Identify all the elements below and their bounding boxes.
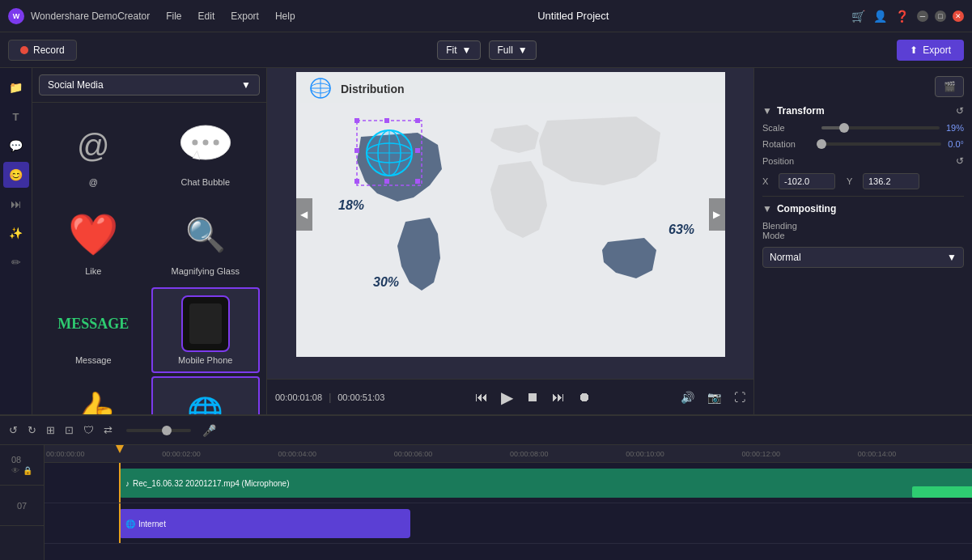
- return-button[interactable]: ⇄: [101, 422, 115, 438]
- rotation-row: Rotation 0.0°: [762, 139, 964, 149]
- screenshot-icon[interactable]: 📷: [707, 391, 721, 404]
- sticker-internet[interactable]: 🌐 Internet: [151, 376, 261, 414]
- transform-reset-button[interactable]: ↺: [956, 105, 964, 117]
- sticker-thumbs-up[interactable]: 👍 Thumbs Up: [39, 376, 148, 414]
- sticker-chat-bubble[interactable]: Chat Bubble: [151, 109, 261, 195]
- redo-button[interactable]: ↻: [25, 422, 39, 438]
- timeline-zoom-thumb[interactable]: [162, 426, 172, 435]
- full-dropdown[interactable]: Full ▼: [489, 40, 537, 60]
- stickers-grid: @ @ Chat Bubble: [32, 103, 266, 414]
- timeline-toolbar: ↺ ↻ ⊞ ⊡ 🛡 ⇄ 🎤: [0, 416, 972, 445]
- blending-mode-row: Blending Mode: [762, 221, 964, 240]
- annotation-icon[interactable]: ✏: [3, 249, 29, 275]
- timeline-labels: 08 👁 🔒 07: [0, 445, 45, 560]
- export-button[interactable]: ⬆ Export: [897, 40, 964, 61]
- help-icon[interactable]: ❓: [895, 10, 909, 23]
- x-input[interactable]: [779, 173, 835, 189]
- svg-rect-17: [384, 118, 389, 123]
- track-row-08: ♪ Rec_16.06.32 20201217.mp4 (Microphone): [45, 463, 972, 503]
- video-clip[interactable]: 🌐 Internet: [119, 509, 410, 538]
- sticker-like-label: Like: [85, 266, 101, 276]
- menu-help[interactable]: Help: [275, 11, 295, 22]
- sticker-phone-label: Mobile Phone: [178, 355, 232, 365]
- sticker-chat-label: Chat Bubble: [180, 177, 230, 187]
- y-input[interactable]: [863, 173, 919, 189]
- stop-button[interactable]: ⏹: [523, 388, 542, 406]
- sticker-message[interactable]: MESSAGE Message: [39, 287, 148, 373]
- transform-chevron-icon: ▼: [762, 105, 772, 117]
- audio-clip[interactable]: ♪ Rec_16.06.32 20201217.mp4 (Microphone): [119, 469, 972, 498]
- sticker-mobile-phone[interactable]: Mobile Phone: [151, 287, 261, 373]
- world-map-svg: Distribution: [296, 72, 725, 357]
- notification-icon[interactable]: 🛒: [851, 10, 865, 23]
- timeline-zoom-slider[interactable]: [126, 429, 191, 432]
- svg-rect-13: [354, 118, 359, 123]
- category-chevron-icon: ▼: [241, 79, 251, 91]
- text-icon[interactable]: T: [3, 104, 29, 129]
- scale-thumb[interactable]: [839, 123, 849, 133]
- scale-slider[interactable]: [821, 126, 940, 129]
- fullscreen-icon[interactable]: ⛶: [734, 391, 745, 404]
- track-07-number: 07: [17, 501, 27, 511]
- export-icon: ⬆: [910, 45, 918, 56]
- sticker-magnifying-glass[interactable]: 🔍 Magnifying Glass: [151, 198, 261, 284]
- menu-file[interactable]: File: [166, 11, 181, 22]
- close-button[interactable]: ✕: [953, 11, 964, 22]
- compositing-title: ▼ Compositing: [762, 203, 836, 214]
- position-label: Position: [762, 156, 815, 166]
- canvas-nav-left[interactable]: ◀: [296, 198, 312, 231]
- video-clip-icon: 🌐: [125, 520, 135, 528]
- volume-icon[interactable]: 🔊: [681, 391, 694, 404]
- skip-back-button[interactable]: ⏮: [472, 388, 491, 406]
- split-button[interactable]: ⊞: [44, 422, 57, 438]
- menu-edit[interactable]: Edit: [198, 11, 215, 22]
- track-lock-icon[interactable]: 🔒: [23, 466, 32, 475]
- fit-chevron-icon: ▼: [462, 45, 472, 56]
- svg-point-3: [213, 140, 219, 146]
- svg-rect-20: [415, 148, 420, 153]
- sticker-like[interactable]: ❤️ Like: [39, 198, 148, 284]
- full-label: Full: [498, 45, 513, 56]
- app-name: Wondershare DemoCreator: [31, 11, 150, 22]
- play-button[interactable]: ▶: [498, 386, 516, 409]
- playhead-button[interactable]: ⏺: [575, 388, 594, 406]
- ruler-mark-2: 00:00:04:00: [277, 450, 393, 458]
- category-dropdown[interactable]: Social Media ▼: [39, 74, 260, 95]
- ripple-button[interactable]: ⊡: [62, 422, 76, 438]
- rotation-slider[interactable]: [821, 142, 941, 146]
- effects-icon[interactable]: ✨: [3, 220, 29, 246]
- ruler-mark-7: 00:00:14:00: [856, 450, 972, 458]
- sticker-icon[interactable]: 😊: [3, 162, 29, 188]
- account-icon[interactable]: 👤: [873, 10, 887, 23]
- media-icon[interactable]: ⏭: [3, 191, 29, 217]
- comment-icon[interactable]: 💬: [3, 133, 29, 159]
- position-reset-button[interactable]: ↺: [956, 155, 964, 167]
- track-eye-icon[interactable]: 👁: [11, 466, 19, 475]
- svg-rect-16: [415, 179, 420, 184]
- record-button[interactable]: Record: [8, 40, 77, 61]
- shield-button[interactable]: 🛡: [81, 422, 96, 438]
- rotation-thumb[interactable]: [817, 139, 826, 149]
- current-time: 00:00:01:08: [275, 392, 322, 402]
- properties-panel: 🎬 ▼ Transform ↺ Scale 19% Rotation: [753, 68, 972, 414]
- undo-button[interactable]: ↺: [6, 422, 20, 438]
- canvas-nav-right[interactable]: ▶: [709, 198, 725, 231]
- window-controls: ─ □ ✕: [917, 11, 964, 22]
- y-label: Y: [847, 176, 858, 186]
- menu-export[interactable]: Export: [231, 11, 259, 22]
- microphone-icon[interactable]: 🎤: [202, 424, 216, 437]
- ruler-mark-0: 00:00:00:00: [45, 450, 160, 458]
- track-08-icons: 👁 🔒: [11, 466, 32, 475]
- like-sticker-icon: ❤️: [65, 206, 121, 263]
- skip-forward-button[interactable]: ⏭: [549, 388, 568, 406]
- thumbsup-sticker-icon: 👍: [65, 384, 121, 414]
- stickers-header: Social Media ▼: [32, 68, 266, 103]
- blending-mode-select[interactable]: Normal ▼: [762, 247, 964, 268]
- minimize-button[interactable]: ─: [917, 11, 928, 22]
- category-label: Social Media: [48, 79, 104, 91]
- ruler-marks: 00:00:00:00 00:00:02:00 00:00:04:00 00:0…: [45, 450, 972, 458]
- maximize-button[interactable]: □: [935, 11, 946, 22]
- sticker-at[interactable]: @ @: [39, 109, 148, 195]
- folder-icon[interactable]: 📁: [3, 74, 29, 100]
- fit-dropdown[interactable]: Fit ▼: [437, 40, 480, 60]
